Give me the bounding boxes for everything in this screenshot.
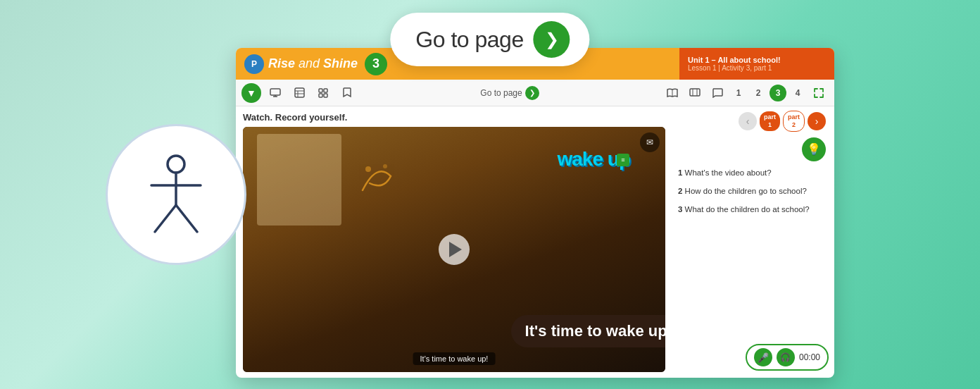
svg-line-4 <box>176 205 197 232</box>
app-toolbar: ▼ Go to page ❯ <box>236 80 834 106</box>
monitor-icon[interactable] <box>265 83 285 103</box>
svg-rect-8 <box>295 88 304 97</box>
edit-icon[interactable] <box>289 83 309 103</box>
logo-letter: P <box>244 54 264 74</box>
logo-level-number: 3 <box>365 53 387 75</box>
toolbar-right: 1 2 3 4 <box>662 83 829 103</box>
question-item: 1 What's the video about? <box>678 167 826 178</box>
part-prev-button[interactable]: ‹ <box>739 112 757 130</box>
go-to-page-label: Go to page <box>415 27 523 53</box>
watch-instruction: Watch. Record yourself. <box>243 112 665 123</box>
svg-rect-17 <box>690 89 700 96</box>
goto-mini-label: Go to page <box>480 88 522 98</box>
recording-time: 00:00 <box>799 352 820 362</box>
svg-rect-14 <box>319 94 322 97</box>
book-icon[interactable] <box>662 83 682 103</box>
page-2-button[interactable]: 2 <box>750 85 767 101</box>
screen-icon[interactable] <box>685 83 705 103</box>
part-1-badge[interactable]: part1 <box>760 111 780 131</box>
page-3-button[interactable]: 3 <box>769 85 786 101</box>
header-logo: P Rise and Shine 3 <box>244 53 387 75</box>
subtitle-bar: It's time to wake up! <box>413 352 496 365</box>
subtitle-large: It's time to wake up! <box>511 315 665 347</box>
chat-icon[interactable] <box>708 83 727 103</box>
expand-icon[interactable] <box>809 83 829 103</box>
part-next-button[interactable]: › <box>808 112 826 130</box>
app-window: P Rise and Shine 3 Unit 1 – All about sc… <box>236 48 834 378</box>
app-content: Watch. Record yourself. wake up ✉ ≡ <box>236 106 834 378</box>
dropdown-button[interactable]: ▼ <box>241 83 261 103</box>
list-icon-overlay[interactable]: ≡ <box>617 154 629 166</box>
accessibility-icon <box>137 149 215 240</box>
page-4-button[interactable]: 4 <box>789 85 806 101</box>
goto-mini-arrow: ❯ <box>525 86 539 100</box>
question-item: 3 What do the children do at school? <box>678 204 826 215</box>
headphones-button[interactable]: 🎧 <box>777 348 795 366</box>
bookmark-icon[interactable] <box>337 83 357 103</box>
logo-title: Rise and Shine <box>268 56 358 71</box>
svg-point-20 <box>365 166 371 172</box>
questions-list: 1 What's the video about? 2 How do the c… <box>678 167 826 215</box>
svg-rect-15 <box>324 94 327 97</box>
content-left: Watch. Record yourself. wake up ✉ ≡ <box>236 106 672 378</box>
play-icon <box>449 242 462 257</box>
content-right: ‹ part1 part2 › 💡 1 What's the video abo… <box>672 106 834 378</box>
goto-mini-button[interactable]: Go to page ❯ <box>480 86 539 100</box>
page-1-button[interactable]: 1 <box>730 85 747 101</box>
part-2-badge[interactable]: part2 <box>783 111 805 132</box>
svg-rect-13 <box>324 89 327 92</box>
svg-point-0 <box>168 156 184 173</box>
svg-rect-12 <box>319 89 322 92</box>
video-window-light <box>257 134 341 226</box>
bulb-icon: 💡 <box>802 137 826 161</box>
go-to-page-arrow-icon: ❯ <box>534 21 570 58</box>
question-item: 2 How do the children go to school? <box>678 185 826 197</box>
mic-button[interactable]: 🎤 <box>754 348 772 366</box>
unit-title: Unit 1 – All about school! <box>688 56 826 64</box>
svg-rect-5 <box>270 89 280 95</box>
part-navigation: ‹ part1 part2 › <box>678 111 826 132</box>
header-unit-info: Unit 1 – All about school! Lesson 1 | Ac… <box>679 48 834 80</box>
video-container[interactable]: wake up ✉ ≡ It's time to wake up! It's t… <box>243 127 665 372</box>
go-to-page-button[interactable]: Go to page ❯ <box>390 13 589 66</box>
swirl-decoration <box>356 155 398 197</box>
recording-bar[interactable]: 🎤 🎧 00:00 <box>746 344 829 371</box>
accessibility-circle <box>106 124 246 265</box>
svg-line-3 <box>155 205 176 232</box>
svg-point-21 <box>383 164 387 168</box>
play-button[interactable] <box>439 234 470 265</box>
grid-icon[interactable] <box>313 83 333 103</box>
unit-subtitle: Lesson 1 | Activity 3, part 1 <box>688 64 826 72</box>
mail-icon-overlay[interactable]: ✉ <box>640 132 660 152</box>
